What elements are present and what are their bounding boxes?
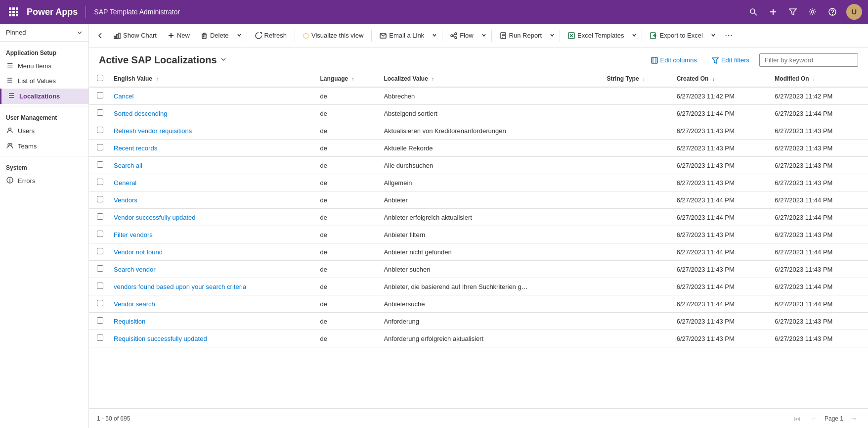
row-checkbox-cell[interactable] [89, 122, 109, 140]
cell-modified-on: 6/27/2023 11:44 PM [770, 295, 868, 313]
row-checkbox-cell[interactable] [89, 330, 109, 347]
english-value-link[interactable]: Requisition successfully updated [114, 335, 207, 342]
row-checkbox-cell[interactable] [89, 174, 109, 191]
flow-dropdown[interactable] [479, 29, 488, 42]
edit-filters-button[interactable]: Edit filters [707, 54, 754, 66]
row-checkbox[interactable] [97, 196, 103, 202]
delete-dropdown[interactable] [235, 29, 244, 42]
show-chart-button[interactable]: Show Chart [109, 29, 162, 42]
english-value-link[interactable]: vendors found based upon your search cri… [114, 283, 246, 290]
select-all-checkbox-header[interactable] [89, 71, 109, 87]
first-page-button[interactable]: ⏮ [791, 414, 804, 424]
row-checkbox-cell[interactable] [89, 226, 109, 243]
row-checkbox[interactable] [97, 92, 103, 98]
flow-button[interactable]: Flow [445, 29, 478, 42]
col-header-english-value[interactable]: English Value ↑ [109, 71, 315, 87]
run-report-dropdown[interactable] [548, 29, 557, 42]
row-checkbox[interactable] [97, 248, 103, 254]
search-icon[interactable] [747, 6, 759, 18]
row-checkbox-cell[interactable] [89, 209, 109, 226]
select-all-checkbox[interactable] [97, 75, 103, 81]
cell-english-value: General [109, 174, 315, 191]
english-value-link[interactable]: Vendor search [114, 300, 155, 308]
english-value-link[interactable]: Requisition [114, 318, 145, 325]
row-checkbox[interactable] [97, 109, 103, 116]
row-checkbox-cell[interactable] [89, 191, 109, 209]
excel-templates-button[interactable]: Excel Templates [563, 29, 629, 42]
sidebar-item-errors[interactable]: Errors [0, 173, 88, 189]
cell-modified-on: 6/27/2023 11:42 PM [770, 87, 868, 105]
next-page-button[interactable]: → [847, 414, 860, 424]
row-checkbox-cell[interactable] [89, 243, 109, 261]
cell-language: de [315, 295, 379, 313]
col-header-language[interactable]: Language ↑ [315, 71, 379, 87]
english-value-link[interactable]: Search all [114, 162, 142, 169]
export-to-excel-button[interactable]: Export to Excel [645, 29, 707, 42]
run-report-button[interactable]: Run Report [495, 29, 547, 42]
sidebar-item-users[interactable]: Users [0, 123, 88, 139]
visualize-button[interactable]: ⬡ Visualize this view [298, 29, 368, 43]
refresh-button[interactable]: Refresh [250, 29, 292, 42]
row-checkbox[interactable] [97, 334, 103, 341]
table-row: Recent records de Aktuelle Rekorde 6/27/… [89, 140, 868, 157]
back-button[interactable] [93, 29, 108, 42]
english-value-link[interactable]: Vendor successfully updated [114, 214, 196, 221]
english-value-link[interactable]: Vendors [114, 196, 137, 204]
row-checkbox-cell[interactable] [89, 157, 109, 174]
row-checkbox[interactable] [97, 144, 103, 150]
english-value-link[interactable]: Sorted descending [114, 110, 167, 117]
col-header-created-on[interactable]: Created On ↓ [672, 71, 770, 87]
row-checkbox-cell[interactable] [89, 140, 109, 157]
english-value-link[interactable]: Recent records [114, 144, 157, 152]
svg-point-38 [451, 35, 453, 37]
row-checkbox[interactable] [97, 231, 103, 237]
settings-icon[interactable] [807, 6, 819, 18]
row-checkbox[interactable] [97, 127, 103, 133]
new-button[interactable]: New [163, 29, 195, 42]
col-header-modified-on[interactable]: Modified On ↓ [770, 71, 868, 87]
prev-page-button[interactable]: ← [808, 414, 821, 424]
english-value-link[interactable]: Refresh vendor requisitions [114, 127, 192, 135]
excel-templates-dropdown[interactable] [630, 29, 639, 42]
row-checkbox[interactable] [97, 265, 103, 272]
email-dropdown[interactable] [430, 29, 439, 42]
export-dropdown[interactable] [709, 29, 718, 42]
row-checkbox[interactable] [97, 161, 103, 168]
email-link-button[interactable]: Email a Link [375, 29, 429, 42]
col-header-string-type[interactable]: String Type ↓ [602, 71, 671, 87]
avatar[interactable]: U [846, 4, 862, 20]
filter-keyword-input[interactable] [759, 53, 858, 67]
sidebar-item-list-of-values[interactable]: List of Values [0, 73, 88, 89]
row-checkbox[interactable] [97, 179, 103, 185]
row-checkbox-cell[interactable] [89, 105, 109, 122]
row-checkbox[interactable] [97, 213, 103, 220]
sidebar-pinned-toggle[interactable]: Pinned [0, 24, 88, 39]
row-checkbox-cell[interactable] [89, 87, 109, 105]
row-checkbox-cell[interactable] [89, 278, 109, 295]
sidebar-item-teams[interactable]: Teams [0, 139, 88, 154]
edit-columns-button[interactable]: Edit columns [646, 54, 702, 66]
english-value-link[interactable]: Search vendor [114, 266, 156, 273]
cell-localized-value: Abbrechen [379, 87, 602, 105]
english-value-link[interactable]: Filter vendors [114, 231, 153, 238]
row-checkbox-cell[interactable] [89, 261, 109, 278]
row-checkbox[interactable] [97, 283, 103, 289]
row-checkbox-cell[interactable] [89, 295, 109, 313]
sidebar-item-menu-items[interactable]: ☰ Menu Items [0, 58, 88, 73]
filter-icon[interactable] [787, 6, 799, 18]
view-title-caret[interactable] [220, 56, 227, 64]
col-header-localized-value[interactable]: Localized Value ↑ [379, 71, 602, 87]
add-icon[interactable] [767, 6, 779, 18]
sidebar-item-localizations[interactable]: Localizations [0, 89, 88, 104]
english-value-link[interactable]: Cancel [114, 93, 133, 100]
svg-rect-5 [16, 11, 18, 13]
delete-button[interactable]: Delete [196, 29, 234, 42]
row-checkbox-cell[interactable] [89, 313, 109, 330]
waffle-menu-icon[interactable] [6, 4, 21, 19]
english-value-link[interactable]: General [114, 179, 136, 187]
row-checkbox[interactable] [97, 317, 103, 324]
more-options-button[interactable]: ⋯ [721, 28, 737, 43]
row-checkbox[interactable] [97, 300, 103, 306]
english-value-link[interactable]: Vendor not found [114, 248, 163, 256]
help-icon[interactable] [826, 6, 838, 18]
